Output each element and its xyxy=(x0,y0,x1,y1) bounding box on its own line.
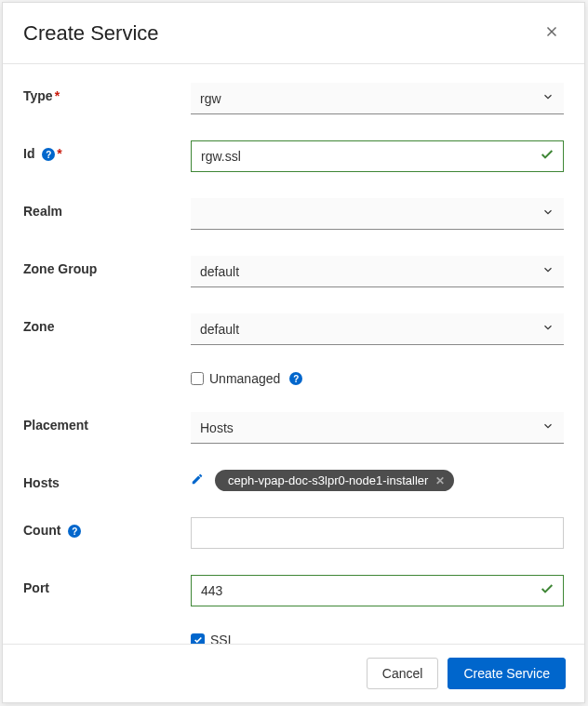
placement-select[interactable]: Hosts xyxy=(191,412,564,444)
modal-body[interactable]: Type* rgw Id ?* xyxy=(3,64,584,644)
zone-select-wrap: default xyxy=(191,313,564,345)
id-input[interactable] xyxy=(191,140,564,172)
unmanaged-checkbox-wrap: Unmanaged ? xyxy=(191,371,564,386)
type-label: Type* xyxy=(23,83,191,103)
count-row: Count ? xyxy=(23,517,564,549)
help-icon[interactable]: ? xyxy=(289,372,302,385)
id-label: Id ?* xyxy=(23,140,191,161)
zone-select[interactable]: default xyxy=(191,313,564,345)
realm-select-wrap xyxy=(191,198,564,230)
placement-row: Placement Hosts xyxy=(23,412,564,444)
placement-select-wrap: Hosts xyxy=(191,412,564,444)
placement-label: Placement xyxy=(23,412,191,433)
required-indicator: * xyxy=(57,146,61,161)
zone-row: Zone default xyxy=(23,313,564,345)
zone-group-row: Zone Group default xyxy=(23,256,564,287)
unmanaged-row: Unmanaged ? xyxy=(23,371,564,386)
count-input[interactable] xyxy=(191,517,564,549)
zone-label: Zone xyxy=(23,313,191,334)
hosts-row: Hosts ceph-vpap-doc-s3lpr0-node1-install… xyxy=(23,470,564,491)
help-icon[interactable]: ? xyxy=(68,525,81,538)
type-select-wrap: rgw xyxy=(191,83,564,114)
host-tag: ceph-vpap-doc-s3lpr0-node1-installer ✕ xyxy=(215,470,454,491)
zone-group-label: Zone Group xyxy=(23,256,191,276)
close-icon xyxy=(543,29,560,43)
ssl-checkbox[interactable] xyxy=(191,633,205,645)
id-row: Id ?* xyxy=(23,140,564,172)
unmanaged-label: Unmanaged xyxy=(209,371,280,386)
port-row: Port xyxy=(23,575,564,606)
unmanaged-checkbox[interactable] xyxy=(191,372,204,385)
realm-select[interactable] xyxy=(191,198,564,230)
type-row: Type* rgw xyxy=(23,83,564,114)
ssl-label: SSL xyxy=(210,633,234,644)
create-service-button[interactable]: Create Service xyxy=(448,658,566,689)
port-label: Port xyxy=(23,575,191,595)
help-icon[interactable]: ? xyxy=(42,148,55,161)
port-input[interactable] xyxy=(191,575,564,606)
hosts-label: Hosts xyxy=(23,470,191,490)
realm-label: Realm xyxy=(23,198,191,219)
close-button[interactable] xyxy=(540,20,564,47)
required-indicator: * xyxy=(55,88,60,103)
modal-header: Create Service xyxy=(3,3,584,64)
hosts-wrap: ceph-vpap-doc-s3lpr0-node1-installer ✕ xyxy=(191,470,564,491)
zone-group-select-wrap: default xyxy=(191,256,564,287)
create-service-modal: Create Service Type* rgw xyxy=(2,2,585,703)
type-select[interactable]: rgw xyxy=(191,83,564,114)
realm-row: Realm xyxy=(23,198,564,230)
count-label: Count ? xyxy=(23,517,191,538)
id-input-wrap xyxy=(191,140,564,172)
modal-title: Create Service xyxy=(23,21,159,46)
ssl-checkbox-wrap: SSL xyxy=(191,633,564,644)
ssl-row: SSL xyxy=(23,633,564,644)
zone-group-select[interactable]: default xyxy=(191,256,564,287)
modal-footer: Cancel Create Service xyxy=(3,644,584,702)
cancel-button[interactable]: Cancel xyxy=(367,658,439,689)
host-tag-label: ceph-vpap-doc-s3lpr0-node1-installer xyxy=(228,473,428,487)
remove-icon[interactable]: ✕ xyxy=(435,474,445,487)
pencil-icon[interactable] xyxy=(191,473,204,489)
